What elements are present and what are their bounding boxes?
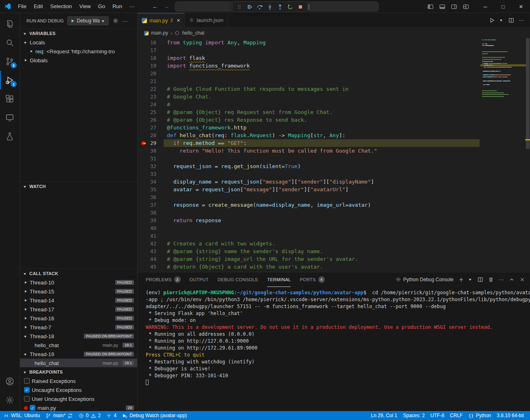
gutter-27[interactable]: 27 <box>138 124 164 131</box>
breakpoint-row-1[interactable]: ✓Uncaught Exceptions <box>20 385 137 394</box>
code-line-33[interactable]: 33 <box>138 170 480 178</box>
gutter-16[interactable]: 16 <box>138 39 164 46</box>
variables-header[interactable]: VARIABLES <box>20 29 137 38</box>
code-line-36[interactable]: 36 <box>138 193 480 201</box>
code-line-22[interactable]: 22# Google Cloud Function that responds … <box>138 85 480 93</box>
code-line-42[interactable]: 42# Creates a card with two widgets. <box>138 240 480 247</box>
restart-icon[interactable] <box>286 2 295 11</box>
code-line-28[interactable]: 28def hello_chat(req: flask.Request) -> … <box>138 131 480 139</box>
gutter-37[interactable]: 37 <box>138 201 164 209</box>
code-line-34[interactable]: 34 display_name = request_json["message"… <box>138 178 480 186</box>
testing-icon[interactable] <box>0 127 20 146</box>
indentation-setting[interactable]: Spaces: 2 <box>400 411 427 420</box>
close-panel-icon[interactable] <box>519 277 525 282</box>
close-button[interactable]: ✕ <box>512 0 530 13</box>
toggle-secondary-sidebar-icon[interactable] <box>451 4 457 10</box>
callstack-row-thread-10[interactable]: Thread-10PAUSED <box>20 278 137 287</box>
code-line-23[interactable]: 23# Google Chat. <box>138 93 480 101</box>
callstack-row-hello_chat[interactable]: hello_chatmain.py29:1 <box>20 359 137 367</box>
code-line-18[interactable]: 18import flask <box>138 54 480 62</box>
tab-launch-json[interactable]: launch.json <box>185 13 228 27</box>
maximize-button[interactable]: □ <box>494 0 512 13</box>
callstack-row-thread-17[interactable]: Thread-17PAUSED <box>20 305 137 314</box>
gutter-38[interactable]: 38 <box>138 209 164 217</box>
panel-tab-terminal[interactable]: TERMINAL <box>267 273 291 287</box>
continue-icon[interactable] <box>245 2 254 11</box>
code-line-32[interactable]: 32 request_json = req.get_json(silent=Tr… <box>138 162 480 170</box>
variable-row-locals[interactable]: Locals <box>20 38 137 47</box>
menu-item-6[interactable]: ··· <box>126 0 138 13</box>
watch-header[interactable]: WATCH <box>20 182 137 191</box>
gutter-40[interactable]: 40 <box>138 224 164 232</box>
code-line-29[interactable]: →29 if req.method == "GET": <box>138 139 480 147</box>
toolbar-grabber[interactable] <box>235 2 244 11</box>
step-out-icon[interactable] <box>276 2 285 11</box>
callstack-row-thread-16[interactable]: Thread-16PAUSED <box>20 314 137 323</box>
code-line-25[interactable]: 25# @param {Object} req Request sent fro… <box>138 108 480 116</box>
callstack-row-thread-18[interactable]: Thread-18PAUSED ON BREAKPOINT <box>20 332 137 341</box>
gutter-31[interactable]: 31 <box>138 155 164 162</box>
run-and-debug-icon[interactable]: 1 <box>0 71 20 90</box>
panel-tab-output[interactable]: OUTPUT <box>190 272 209 287</box>
menu-item-3[interactable]: View <box>76 0 94 13</box>
toggle-panel-icon[interactable] <box>439 4 445 10</box>
editor-scrollbar[interactable] <box>525 38 530 272</box>
ports-indicator[interactable]: 4 <box>103 411 119 420</box>
branch-indicator[interactable]: main* <box>43 411 76 420</box>
code-line-44[interactable]: 44# @param {string} image_url the URL fo… <box>138 255 480 263</box>
panel-more-icon[interactable]: ··· <box>499 276 504 282</box>
cursor-position[interactable]: Ln 29, Col 1 <box>368 411 400 420</box>
editor-more-icon[interactable]: ··· <box>519 17 524 23</box>
code-line-41[interactable]: 41 <box>138 232 480 240</box>
gutter-32[interactable]: 32 <box>138 162 164 170</box>
stop-icon[interactable] <box>296 2 305 11</box>
settings-gear-icon[interactable] <box>0 391 20 409</box>
gutter-24[interactable]: 24 <box>138 101 164 108</box>
code-line-37[interactable]: 37 response = create_message(name=displa… <box>138 201 480 209</box>
gutter-43[interactable]: 43 <box>138 247 164 255</box>
code-line-20[interactable]: 20 <box>138 70 480 77</box>
customize-layout-icon[interactable] <box>463 4 469 10</box>
gutter-26[interactable]: 26 <box>138 116 164 124</box>
menu-item-4[interactable]: Go <box>94 0 109 13</box>
gutter-34[interactable]: 34 <box>138 178 164 186</box>
minimap[interactable] <box>482 39 524 98</box>
breakpoint-row-0[interactable]: Raised Exceptions <box>20 376 137 385</box>
gutter-18[interactable]: 18 <box>138 54 164 62</box>
gutter-22[interactable]: 22 <box>138 85 164 93</box>
debug-status[interactable]: Debug Watch (avatar-app) <box>119 411 190 420</box>
search-icon[interactable] <box>0 33 20 52</box>
gutter-19[interactable]: 19 <box>138 62 164 70</box>
panel-tab-ports[interactable]: PORTS4 <box>300 272 324 287</box>
call-stack-header[interactable]: CALL STACK <box>20 269 137 278</box>
code-line-39[interactable]: 39 return response <box>138 217 480 224</box>
code-line-31[interactable]: 31 <box>138 155 480 162</box>
callstack-row-thread-7[interactable]: Thread-7PAUSED <box>20 323 137 332</box>
code-editor[interactable]: 16from typing import Any, Mapping1718imp… <box>138 38 530 272</box>
step-into-icon[interactable] <box>265 2 274 11</box>
breadcrumb-file[interactable]: main.py <box>151 30 168 36</box>
breakpoints-header[interactable]: BREAKPOINTS <box>20 368 137 376</box>
code-line-26[interactable]: 26# @param {Object} res Response to send… <box>138 116 480 124</box>
terminal-dropdown-icon[interactable] <box>469 278 473 281</box>
remote-explorer-icon[interactable] <box>0 108 20 127</box>
code-line-35[interactable]: 35 avatar = request_json["message"]["sen… <box>138 186 480 193</box>
menu-item-0[interactable]: File <box>14 0 30 13</box>
gutter-33[interactable]: 33 <box>138 170 164 178</box>
gutter-44[interactable]: 44 <box>138 255 164 263</box>
encoding-setting[interactable]: UTF-8 <box>427 411 447 420</box>
debug-settings-gear-icon[interactable] <box>113 18 118 24</box>
tab-main-py[interactable]: main.py 2 ✕ <box>138 13 185 27</box>
gutter-23[interactable]: 23 <box>138 93 164 101</box>
new-terminal-icon[interactable] <box>458 277 464 282</box>
terminal-profile[interactable]: Python Debug Console <box>396 277 453 282</box>
gutter-41[interactable]: 41 <box>138 232 164 240</box>
code-line-16[interactable]: 16from typing import Any, Mapping <box>138 39 480 46</box>
callstack-row-hello_chat[interactable]: hello_chatmain.py29:1 <box>20 341 137 350</box>
terminal-output[interactable]: (env) pierrick@LAPTOP-HKU5PNNG:~/git/goo… <box>138 287 530 411</box>
close-tab-icon[interactable]: ✕ <box>177 18 180 23</box>
gutter-36[interactable]: 36 <box>138 193 164 201</box>
nav-forward-icon[interactable]: → <box>164 3 169 10</box>
python-interpreter[interactable]: 3.8.10 64-bit <box>494 411 527 420</box>
accounts-icon[interactable] <box>0 372 20 391</box>
